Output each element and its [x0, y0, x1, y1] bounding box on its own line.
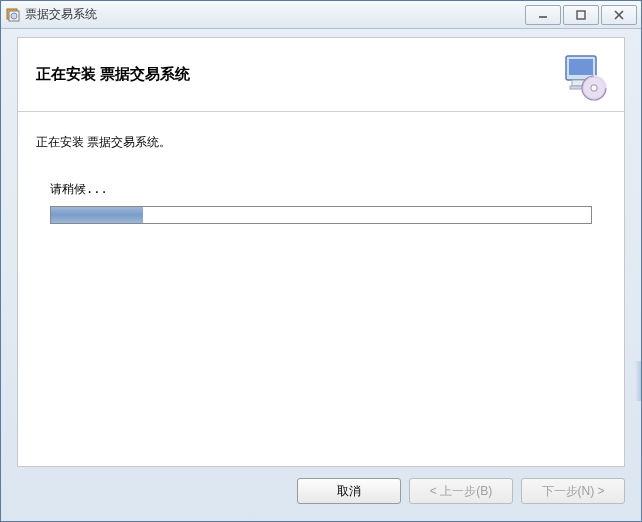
close-button[interactable]: [601, 5, 637, 25]
window-controls: [525, 5, 637, 25]
cancel-button[interactable]: 取消: [297, 478, 401, 504]
footer-buttons: 取消 < 上一步(B) 下一步(N) >: [17, 473, 625, 509]
header-section: 正在安装 票据交易系统: [18, 38, 624, 112]
svg-point-13: [591, 85, 597, 91]
titlebar[interactable]: 票据交易系统: [1, 1, 641, 29]
computer-disc-icon: [560, 52, 610, 102]
minimize-button[interactable]: [525, 5, 561, 25]
progress-fill: [51, 207, 143, 223]
wait-label: 请稍候...: [50, 181, 606, 198]
svg-point-2: [11, 13, 17, 19]
installer-icon: [5, 7, 21, 23]
next-button: 下一步(N) >: [521, 478, 625, 504]
installer-window: 票据交易系统 正在安装 票据交易系统: [0, 0, 642, 522]
content-panel: 正在安装 票据交易系统 正在安装 票据交易系统。 请稍候...: [17, 37, 625, 467]
progress-bar: [50, 206, 592, 224]
back-button: < 上一步(B): [409, 478, 513, 504]
maximize-button[interactable]: [563, 5, 599, 25]
svg-rect-4: [577, 11, 585, 19]
svg-rect-8: [569, 59, 593, 75]
page-title: 正在安装 票据交易系统: [36, 65, 190, 84]
body-section: 正在安装 票据交易系统。 请稍候...: [18, 112, 624, 246]
scroll-edge-glow: [635, 361, 641, 401]
status-text: 正在安装 票据交易系统。: [36, 134, 606, 151]
window-title: 票据交易系统: [25, 6, 525, 23]
